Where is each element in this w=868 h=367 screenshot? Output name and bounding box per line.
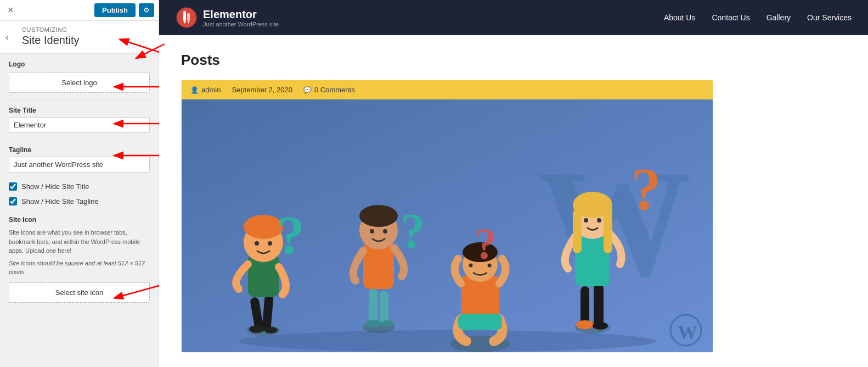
- post-illustration: W: [182, 99, 713, 352]
- gear-button[interactable]: ⚙: [139, 3, 154, 17]
- site-icon-note: Site Icons should be square and at least…: [9, 259, 150, 277]
- svg-point-30: [381, 320, 394, 327]
- nav-our-services[interactable]: Our Services: [807, 13, 852, 22]
- svg-point-33: [359, 205, 398, 227]
- svg-point-41: [469, 264, 473, 268]
- main-content: Posts 👤 admin September 2, 2020 💬 0 Comm…: [159, 35, 868, 367]
- show-hide-title-checkbox[interactable]: [9, 182, 17, 191]
- svg-point-23: [255, 241, 259, 246]
- svg-text:?: ?: [631, 155, 661, 223]
- svg-text:W: W: [538, 138, 691, 309]
- site-name-text: Elementor: [203, 8, 279, 21]
- svg-rect-46: [580, 286, 589, 326]
- svg-rect-28: [380, 291, 388, 325]
- back-arrow-icon[interactable]: ‹: [5, 32, 8, 42]
- svg-rect-27: [369, 289, 377, 325]
- svg-text:?: ?: [401, 204, 425, 258]
- show-hide-tagline-row: Show / Hide Site Tagline: [0, 194, 159, 209]
- svg-point-18: [249, 325, 264, 333]
- site-title-section: Site Title: [0, 100, 159, 140]
- breadcrumb-section: ‹ Customizing Site Identity: [0, 21, 159, 54]
- site-tagline-text: Just another WordPress site: [203, 21, 279, 27]
- tagline-label: Tagline: [9, 146, 150, 154]
- select-site-icon-button[interactable]: Select site icon: [9, 282, 150, 303]
- svg-point-24: [268, 241, 272, 246]
- site-nav: About Us Contact Us Gallery Our Services: [664, 13, 852, 22]
- show-hide-title-row: Show / Hide Site Title: [0, 179, 159, 194]
- tagline-section: Tagline: [0, 140, 159, 179]
- svg-point-48: [576, 320, 594, 329]
- show-hide-title-label: Show / Hide Site Title: [21, 182, 89, 191]
- meta-date: September 2, 2020: [232, 86, 292, 94]
- svg-rect-43: [458, 314, 502, 330]
- select-logo-button[interactable]: Select logo: [9, 73, 150, 93]
- site-title-input[interactable]: [9, 117, 150, 133]
- nav-gallery[interactable]: Gallery: [766, 13, 791, 22]
- post-meta-bar: 👤 admin September 2, 2020 💬 0 Comments: [182, 80, 713, 99]
- left-panel: × Publish ⚙ ‹ Customizing Site Identity …: [0, 0, 159, 367]
- breadcrumb-parent: Customizing: [22, 26, 150, 33]
- site-title-label: Site Title: [9, 107, 150, 114]
- post-card: 👤 admin September 2, 2020 💬 0 Comments: [181, 80, 713, 353]
- post-image: W: [182, 99, 713, 352]
- svg-point-19: [264, 327, 278, 333]
- show-hide-tagline-checkbox[interactable]: [9, 197, 17, 205]
- svg-point-55: [584, 218, 588, 223]
- svg-rect-47: [594, 283, 604, 326]
- breadcrumb-title: Site Identity: [22, 34, 150, 47]
- svg-text:?: ?: [277, 204, 305, 265]
- page-title: Posts: [181, 52, 846, 69]
- svg-point-14: [239, 330, 656, 352]
- svg-point-49: [593, 322, 608, 330]
- svg-rect-54: [604, 207, 612, 253]
- svg-rect-10: [187, 13, 190, 21]
- site-icon-desc: Site Icons are what you see in browser t…: [9, 228, 150, 255]
- logo-section: Logo Select logo: [0, 54, 159, 99]
- meta-author: 👤 admin: [190, 86, 221, 94]
- show-hide-tagline-label: Show / Hide Site Tagline: [21, 197, 99, 205]
- site-name-area: Elementor Just another WordPress site: [203, 8, 279, 27]
- svg-text:?: ?: [475, 220, 497, 268]
- svg-rect-8: [183, 11, 186, 21]
- svg-point-29: [365, 320, 381, 327]
- site-logo-area: Elementor Just another WordPress site: [176, 5, 279, 30]
- svg-point-56: [597, 218, 601, 223]
- site-icon-title: Site Icon: [9, 216, 150, 224]
- site-logo-icon: [176, 5, 198, 30]
- logo-label: Logo: [9, 60, 150, 68]
- svg-point-34: [370, 229, 374, 233]
- meta-comments: 💬 0 Comments: [303, 86, 355, 94]
- top-bar: × Publish ⚙: [0, 0, 159, 21]
- svg-point-35: [383, 229, 387, 233]
- svg-rect-53: [573, 209, 582, 253]
- tagline-input[interactable]: [9, 157, 150, 173]
- nav-about-us[interactable]: About Us: [664, 13, 696, 22]
- site-header: Elementor Just another WordPress site Ab…: [159, 0, 868, 35]
- right-content: Elementor Just another WordPress site Ab…: [159, 0, 868, 367]
- publish-button[interactable]: Publish: [94, 3, 136, 17]
- site-icon-section: Site Icon Site Icons are what you see in…: [0, 209, 159, 309]
- comment-icon: 💬: [303, 86, 312, 94]
- nav-contact-us[interactable]: Contact Us: [712, 13, 749, 22]
- close-icon[interactable]: ×: [4, 3, 17, 17]
- user-icon: 👤: [190, 86, 199, 94]
- svg-text:W: W: [678, 321, 697, 343]
